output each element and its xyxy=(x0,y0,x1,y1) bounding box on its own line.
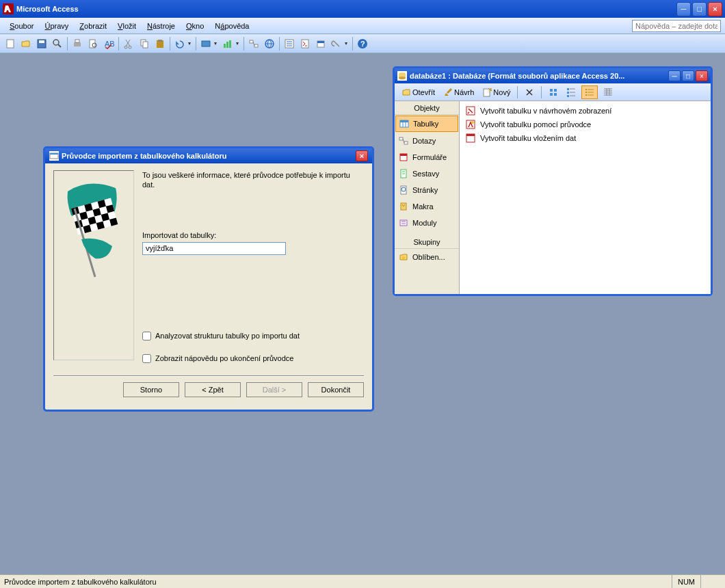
db-title: databáze1 : Databáze (Formát souborů apl… xyxy=(410,72,667,80)
svg-rect-38 xyxy=(550,89,553,92)
help-checkbox-row[interactable]: Zobrazit nápovědu po ukončení průvodce xyxy=(142,354,364,363)
wizard-close-button[interactable]: × xyxy=(356,150,368,161)
undo-dropdown[interactable]: ▾ xyxy=(188,40,194,46)
undo-icon[interactable] xyxy=(172,36,187,51)
db-delete-button[interactable] xyxy=(522,86,537,98)
back-button[interactable]: < Zpět xyxy=(185,382,241,397)
open-icon[interactable] xyxy=(18,36,34,51)
maximize-button[interactable]: □ xyxy=(692,2,707,16)
svg-rect-39 xyxy=(554,89,557,92)
svg-rect-64 xyxy=(399,137,403,140)
create-table-design[interactable]: Vytvořit tabulku v návrhovém zobrazení xyxy=(462,104,708,118)
window-buttons: ─ □ × xyxy=(676,2,722,16)
menu-vlozit[interactable]: Vložit xyxy=(112,20,142,32)
sidebar-item-forms[interactable]: Formuláře xyxy=(395,149,459,165)
search-icon[interactable] xyxy=(50,36,65,51)
svg-rect-18 xyxy=(224,44,226,48)
spelling-icon[interactable]: ABC xyxy=(101,36,116,51)
wizard-content: To jsou veškeré informace, které průvodc… xyxy=(142,170,364,363)
workspace: databáze1 : Databáze (Formát souborů apl… xyxy=(0,53,725,574)
db-large-icons-button[interactable] xyxy=(546,86,561,98)
menu-okno[interactable]: Okno xyxy=(181,20,209,32)
preview-icon[interactable] xyxy=(85,36,101,51)
db-open-button[interactable]: Otevřít xyxy=(399,86,438,98)
menubar: Soubor Úpravy Zobrazit Vložit Nástroje O… xyxy=(0,18,725,34)
help-search xyxy=(632,20,721,32)
office-links-dropdown[interactable]: ▾ xyxy=(214,40,220,46)
create-table-wizard[interactable]: Vytvořit tabulku pomocí průvodce xyxy=(462,118,708,131)
sidebar-item-favorites[interactable]: Oblíben... xyxy=(395,249,459,265)
cancel-button[interactable]: Storno xyxy=(123,382,179,397)
analyze-checkbox[interactable] xyxy=(142,332,151,340)
menu-napoveda[interactable]: Nápověda xyxy=(209,20,254,32)
db-main: Vytvořit tabulku v návrhovém zobrazení V… xyxy=(460,101,711,294)
import-table-input[interactable] xyxy=(142,242,286,255)
create-table-data[interactable]: Vytvořit tabulku vložením dat xyxy=(462,131,708,145)
svg-rect-42 xyxy=(567,88,569,90)
toolbox-icon[interactable] xyxy=(329,36,344,51)
help-search-input[interactable] xyxy=(632,20,721,32)
print-icon[interactable] xyxy=(70,36,85,51)
statusbar-num: NUM xyxy=(672,575,700,588)
svg-rect-65 xyxy=(404,142,408,144)
db-sidebar: Objekty Tabulky Dotazy Formuláře Sestavy… xyxy=(395,101,460,294)
sidebar-item-pages[interactable]: Stránky xyxy=(395,182,459,198)
help-checkbox[interactable] xyxy=(142,354,151,363)
import-label: Importovat do tabulky: xyxy=(142,231,364,239)
svg-rect-75 xyxy=(400,220,407,226)
analyze-dropdown[interactable]: ▾ xyxy=(236,40,241,46)
cut-icon[interactable] xyxy=(121,36,136,51)
analyze-checkbox-row[interactable]: Analyzovat strukturu tabulky po importu … xyxy=(142,332,364,340)
relationships-icon[interactable] xyxy=(246,36,261,51)
copy-icon[interactable] xyxy=(137,36,152,51)
svg-rect-44 xyxy=(567,95,569,97)
db-icon xyxy=(397,71,407,81)
db-small-icons-button[interactable] xyxy=(564,86,579,98)
sidebar-item-modules[interactable]: Moduly xyxy=(395,215,459,231)
sidebar-item-queries[interactable]: Dotazy xyxy=(395,133,459,149)
svg-rect-31 xyxy=(317,41,324,43)
code-icon[interactable] xyxy=(282,36,297,51)
office-links-icon[interactable] xyxy=(198,36,213,51)
db-titlebar: databáze1 : Databáze (Formát souborů apl… xyxy=(395,68,711,83)
help-icon[interactable]: ? xyxy=(355,36,370,51)
svg-point-80 xyxy=(471,121,474,124)
db-design-button[interactable]: Návrh xyxy=(440,86,477,98)
svg-rect-7 xyxy=(75,40,79,42)
db-minimize-button[interactable]: ─ xyxy=(668,70,681,81)
sidebar-item-reports[interactable]: Sestavy xyxy=(395,165,459,182)
analyze-icon[interactable] xyxy=(220,36,235,51)
svg-line-5 xyxy=(58,44,61,47)
finish-button[interactable]: Dokončit xyxy=(308,382,364,397)
db-new-button[interactable]: Nový xyxy=(479,86,513,98)
db-close-button[interactable]: × xyxy=(696,70,708,81)
link-icon[interactable] xyxy=(262,36,277,51)
script-icon[interactable] xyxy=(298,36,313,51)
db-details-button[interactable] xyxy=(601,86,616,98)
statusbar: Průvodce importem z tabulkového kalkulát… xyxy=(0,574,725,588)
minimize-button[interactable]: ─ xyxy=(676,2,691,16)
sidebar-item-macros[interactable]: Makra xyxy=(395,198,459,215)
db-maximize-button[interactable]: □ xyxy=(682,70,694,81)
svg-rect-22 xyxy=(254,44,258,47)
db-list-button[interactable] xyxy=(581,85,598,99)
menu-soubor[interactable]: Soubor xyxy=(4,20,39,32)
svg-rect-40 xyxy=(550,93,553,96)
properties-icon[interactable] xyxy=(313,36,328,51)
sidebar-header-groups: Skupiny xyxy=(395,235,459,249)
database-window: databáze1 : Databáze (Formát souborů apl… xyxy=(393,66,713,296)
svg-rect-14 xyxy=(143,42,148,48)
new-icon[interactable] xyxy=(3,36,18,51)
paste-icon[interactable] xyxy=(153,36,168,51)
svg-rect-61 xyxy=(400,120,408,122)
toolbox-dropdown[interactable]: ▾ xyxy=(345,40,350,46)
close-button[interactable]: × xyxy=(708,2,722,16)
sidebar-item-tables[interactable]: Tabulky xyxy=(395,116,458,132)
menu-zobrazit[interactable]: Zobrazit xyxy=(74,20,112,32)
svg-rect-20 xyxy=(229,40,231,48)
menu-nastroje[interactable]: Nástroje xyxy=(142,20,181,32)
menu-upravy[interactable]: Úpravy xyxy=(39,20,74,32)
save-icon[interactable] xyxy=(34,36,49,51)
svg-text:?: ? xyxy=(360,40,365,48)
app-titlebar: Microsoft Access ─ □ × xyxy=(0,0,725,18)
